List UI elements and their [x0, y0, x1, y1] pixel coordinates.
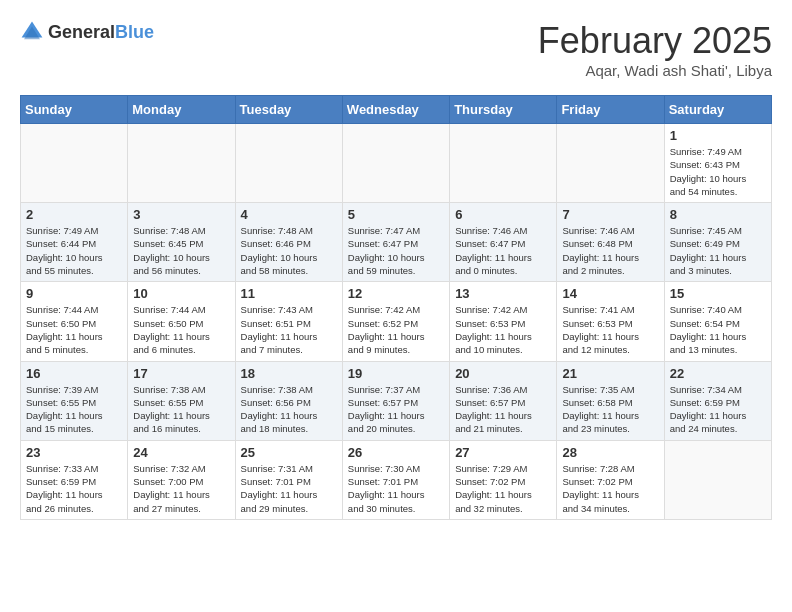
- calendar-header-saturday: Saturday: [664, 96, 771, 124]
- calendar-cell: 17Sunrise: 7:38 AM Sunset: 6:55 PM Dayli…: [128, 361, 235, 440]
- day-number: 6: [455, 207, 551, 222]
- calendar-table: SundayMondayTuesdayWednesdayThursdayFrid…: [20, 95, 772, 520]
- calendar-header-thursday: Thursday: [450, 96, 557, 124]
- day-info: Sunrise: 7:40 AM Sunset: 6:54 PM Dayligh…: [670, 303, 766, 356]
- day-number: 4: [241, 207, 337, 222]
- calendar-week-row: 23Sunrise: 7:33 AM Sunset: 6:59 PM Dayli…: [21, 440, 772, 519]
- day-number: 14: [562, 286, 658, 301]
- calendar-cell: 22Sunrise: 7:34 AM Sunset: 6:59 PM Dayli…: [664, 361, 771, 440]
- calendar-cell: 20Sunrise: 7:36 AM Sunset: 6:57 PM Dayli…: [450, 361, 557, 440]
- day-info: Sunrise: 7:47 AM Sunset: 6:47 PM Dayligh…: [348, 224, 444, 277]
- day-number: 8: [670, 207, 766, 222]
- day-number: 28: [562, 445, 658, 460]
- day-info: Sunrise: 7:46 AM Sunset: 6:47 PM Dayligh…: [455, 224, 551, 277]
- day-info: Sunrise: 7:28 AM Sunset: 7:02 PM Dayligh…: [562, 462, 658, 515]
- calendar-cell: 14Sunrise: 7:41 AM Sunset: 6:53 PM Dayli…: [557, 282, 664, 361]
- day-number: 13: [455, 286, 551, 301]
- calendar-cell: 27Sunrise: 7:29 AM Sunset: 7:02 PM Dayli…: [450, 440, 557, 519]
- calendar-cell: 15Sunrise: 7:40 AM Sunset: 6:54 PM Dayli…: [664, 282, 771, 361]
- calendar-cell: [557, 124, 664, 203]
- day-info: Sunrise: 7:29 AM Sunset: 7:02 PM Dayligh…: [455, 462, 551, 515]
- calendar-cell: [128, 124, 235, 203]
- calendar-cell: 4Sunrise: 7:48 AM Sunset: 6:46 PM Daylig…: [235, 203, 342, 282]
- day-info: Sunrise: 7:49 AM Sunset: 6:43 PM Dayligh…: [670, 145, 766, 198]
- day-info: Sunrise: 7:42 AM Sunset: 6:53 PM Dayligh…: [455, 303, 551, 356]
- calendar-cell: 9Sunrise: 7:44 AM Sunset: 6:50 PM Daylig…: [21, 282, 128, 361]
- day-number: 10: [133, 286, 229, 301]
- day-info: Sunrise: 7:43 AM Sunset: 6:51 PM Dayligh…: [241, 303, 337, 356]
- calendar-cell: 24Sunrise: 7:32 AM Sunset: 7:00 PM Dayli…: [128, 440, 235, 519]
- calendar-week-row: 9Sunrise: 7:44 AM Sunset: 6:50 PM Daylig…: [21, 282, 772, 361]
- logo: GeneralBlue: [20, 20, 154, 44]
- day-info: Sunrise: 7:41 AM Sunset: 6:53 PM Dayligh…: [562, 303, 658, 356]
- calendar-cell: 2Sunrise: 7:49 AM Sunset: 6:44 PM Daylig…: [21, 203, 128, 282]
- day-number: 12: [348, 286, 444, 301]
- month-title: February 2025: [538, 20, 772, 62]
- title-block: February 2025 Aqar, Wadi ash Shati', Lib…: [538, 20, 772, 79]
- day-info: Sunrise: 7:44 AM Sunset: 6:50 PM Dayligh…: [26, 303, 122, 356]
- calendar-cell: 21Sunrise: 7:35 AM Sunset: 6:58 PM Dayli…: [557, 361, 664, 440]
- day-number: 9: [26, 286, 122, 301]
- day-info: Sunrise: 7:42 AM Sunset: 6:52 PM Dayligh…: [348, 303, 444, 356]
- calendar-header-wednesday: Wednesday: [342, 96, 449, 124]
- calendar-header-friday: Friday: [557, 96, 664, 124]
- day-number: 25: [241, 445, 337, 460]
- calendar-cell: [664, 440, 771, 519]
- calendar-cell: 5Sunrise: 7:47 AM Sunset: 6:47 PM Daylig…: [342, 203, 449, 282]
- day-number: 20: [455, 366, 551, 381]
- day-info: Sunrise: 7:30 AM Sunset: 7:01 PM Dayligh…: [348, 462, 444, 515]
- day-info: Sunrise: 7:36 AM Sunset: 6:57 PM Dayligh…: [455, 383, 551, 436]
- calendar-cell: 8Sunrise: 7:45 AM Sunset: 6:49 PM Daylig…: [664, 203, 771, 282]
- day-info: Sunrise: 7:44 AM Sunset: 6:50 PM Dayligh…: [133, 303, 229, 356]
- day-info: Sunrise: 7:35 AM Sunset: 6:58 PM Dayligh…: [562, 383, 658, 436]
- day-number: 18: [241, 366, 337, 381]
- day-number: 17: [133, 366, 229, 381]
- day-number: 11: [241, 286, 337, 301]
- calendar-cell: 23Sunrise: 7:33 AM Sunset: 6:59 PM Dayli…: [21, 440, 128, 519]
- day-info: Sunrise: 7:32 AM Sunset: 7:00 PM Dayligh…: [133, 462, 229, 515]
- calendar-cell: 1Sunrise: 7:49 AM Sunset: 6:43 PM Daylig…: [664, 124, 771, 203]
- day-number: 7: [562, 207, 658, 222]
- calendar-header-tuesday: Tuesday: [235, 96, 342, 124]
- day-info: Sunrise: 7:38 AM Sunset: 6:56 PM Dayligh…: [241, 383, 337, 436]
- calendar-cell: 19Sunrise: 7:37 AM Sunset: 6:57 PM Dayli…: [342, 361, 449, 440]
- location: Aqar, Wadi ash Shati', Libya: [538, 62, 772, 79]
- calendar-cell: [21, 124, 128, 203]
- calendar-week-row: 2Sunrise: 7:49 AM Sunset: 6:44 PM Daylig…: [21, 203, 772, 282]
- day-info: Sunrise: 7:39 AM Sunset: 6:55 PM Dayligh…: [26, 383, 122, 436]
- calendar-cell: 26Sunrise: 7:30 AM Sunset: 7:01 PM Dayli…: [342, 440, 449, 519]
- day-number: 23: [26, 445, 122, 460]
- day-number: 16: [26, 366, 122, 381]
- day-info: Sunrise: 7:33 AM Sunset: 6:59 PM Dayligh…: [26, 462, 122, 515]
- day-info: Sunrise: 7:45 AM Sunset: 6:49 PM Dayligh…: [670, 224, 766, 277]
- calendar-cell: [342, 124, 449, 203]
- day-number: 26: [348, 445, 444, 460]
- calendar-cell: [450, 124, 557, 203]
- day-info: Sunrise: 7:38 AM Sunset: 6:55 PM Dayligh…: [133, 383, 229, 436]
- calendar-header-sunday: Sunday: [21, 96, 128, 124]
- day-info: Sunrise: 7:34 AM Sunset: 6:59 PM Dayligh…: [670, 383, 766, 436]
- calendar-cell: 18Sunrise: 7:38 AM Sunset: 6:56 PM Dayli…: [235, 361, 342, 440]
- day-number: 5: [348, 207, 444, 222]
- day-info: Sunrise: 7:49 AM Sunset: 6:44 PM Dayligh…: [26, 224, 122, 277]
- day-info: Sunrise: 7:31 AM Sunset: 7:01 PM Dayligh…: [241, 462, 337, 515]
- logo-blue: Blue: [115, 22, 154, 42]
- calendar-cell: 16Sunrise: 7:39 AM Sunset: 6:55 PM Dayli…: [21, 361, 128, 440]
- day-info: Sunrise: 7:48 AM Sunset: 6:46 PM Dayligh…: [241, 224, 337, 277]
- day-info: Sunrise: 7:48 AM Sunset: 6:45 PM Dayligh…: [133, 224, 229, 277]
- day-number: 24: [133, 445, 229, 460]
- day-number: 27: [455, 445, 551, 460]
- calendar-cell: 28Sunrise: 7:28 AM Sunset: 7:02 PM Dayli…: [557, 440, 664, 519]
- day-number: 1: [670, 128, 766, 143]
- day-number: 22: [670, 366, 766, 381]
- calendar-cell: [235, 124, 342, 203]
- calendar-week-row: 1Sunrise: 7:49 AM Sunset: 6:43 PM Daylig…: [21, 124, 772, 203]
- page-header: GeneralBlue February 2025 Aqar, Wadi ash…: [20, 20, 772, 79]
- logo-icon: [20, 20, 44, 44]
- calendar-cell: 25Sunrise: 7:31 AM Sunset: 7:01 PM Dayli…: [235, 440, 342, 519]
- calendar-cell: 6Sunrise: 7:46 AM Sunset: 6:47 PM Daylig…: [450, 203, 557, 282]
- day-info: Sunrise: 7:46 AM Sunset: 6:48 PM Dayligh…: [562, 224, 658, 277]
- calendar-header-row: SundayMondayTuesdayWednesdayThursdayFrid…: [21, 96, 772, 124]
- logo-general: General: [48, 22, 115, 42]
- calendar-header-monday: Monday: [128, 96, 235, 124]
